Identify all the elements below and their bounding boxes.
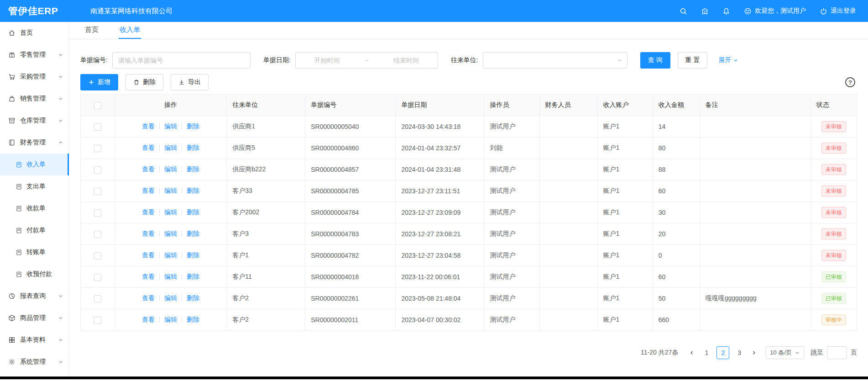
- select-all-checkbox[interactable]: [94, 102, 101, 109]
- filter-bar: 单据编号: 单据日期: ~ 往来单位: 查 询: [80, 52, 857, 69]
- status-badge: 未审核: [821, 164, 846, 175]
- page-button-1[interactable]: 1: [700, 346, 713, 359]
- delete-link[interactable]: 删除: [187, 294, 199, 302]
- search-button[interactable]: 查 询: [640, 52, 670, 69]
- cell-doc-no: SR00000004783: [305, 223, 396, 245]
- cell-partner: 客户2002: [227, 202, 305, 223]
- welcome-user[interactable]: 欢迎您，测试用户: [744, 7, 806, 15]
- row-checkbox[interactable]: [94, 317, 101, 324]
- partner-select[interactable]: [483, 52, 627, 69]
- sidebar-item-products[interactable]: 商品管理: [0, 307, 69, 329]
- bell-icon[interactable]: [722, 7, 730, 15]
- jump-page-input[interactable]: [827, 346, 847, 359]
- sidebar-item-sales[interactable]: 销售管理: [0, 88, 69, 110]
- col-header-amount: 收入金额: [653, 95, 700, 116]
- delete-link[interactable]: 删除: [187, 144, 199, 151]
- next-page-button[interactable]: [748, 346, 760, 359]
- row-checkbox[interactable]: [94, 252, 101, 260]
- sidebar-item-retail[interactable]: 零售管理: [0, 44, 69, 66]
- delete-link[interactable]: 删除: [187, 187, 199, 194]
- edit-link[interactable]: 编辑: [164, 251, 177, 259]
- cell-account: 账户1: [597, 266, 653, 288]
- row-checkbox[interactable]: [94, 295, 101, 302]
- search-icon[interactable]: [680, 7, 687, 15]
- view-link[interactable]: 查看: [142, 251, 155, 259]
- smiley-icon: [744, 7, 752, 15]
- help-icon[interactable]: ?: [845, 77, 855, 87]
- sidebar-subitem-prepayment[interactable]: 收预付款: [0, 263, 69, 285]
- page-button-2-current[interactable]: 2: [716, 346, 729, 359]
- table-row: 查看编辑删除 客户33 SR00000004785 2023-12-27 23:…: [81, 180, 857, 202]
- sidebar-item-purchase[interactable]: 采购管理: [0, 66, 69, 88]
- row-checkbox[interactable]: [94, 209, 101, 217]
- logout-button[interactable]: 退出登录: [820, 7, 856, 15]
- view-link[interactable]: 查看: [142, 230, 155, 237]
- sidebar-subitem-transfer[interactable]: 转账单: [0, 241, 69, 263]
- page-size-select[interactable]: 10 条/页: [766, 346, 804, 359]
- edit-link[interactable]: 编辑: [164, 273, 177, 280]
- edit-link[interactable]: 编辑: [164, 230, 177, 237]
- edit-link[interactable]: 编辑: [164, 208, 177, 216]
- sidebar-item-system[interactable]: 系统管理: [0, 351, 69, 373]
- edit-link[interactable]: 编辑: [164, 187, 177, 194]
- view-link[interactable]: 查看: [142, 316, 155, 323]
- row-checkbox[interactable]: [94, 166, 101, 174]
- date-start-input[interactable]: [300, 57, 354, 64]
- company-name: 南通某某网络科技有限公司: [90, 7, 173, 16]
- edit-link[interactable]: 编辑: [164, 144, 177, 151]
- edit-link[interactable]: 编辑: [164, 122, 177, 130]
- building-icon[interactable]: [701, 7, 709, 15]
- view-link[interactable]: 查看: [142, 144, 155, 151]
- reset-button[interactable]: 重 置: [678, 52, 708, 69]
- page-button-3[interactable]: 3: [733, 346, 746, 359]
- view-link[interactable]: 查看: [142, 208, 155, 216]
- delete-link[interactable]: 删除: [187, 122, 199, 130]
- sidebar-subitem-label: 收预付款: [26, 270, 52, 278]
- sidebar-subitem-payment[interactable]: 付款单: [0, 219, 69, 241]
- delete-link[interactable]: 删除: [187, 316, 199, 323]
- delete-link[interactable]: 删除: [187, 230, 199, 237]
- view-link[interactable]: 查看: [142, 273, 155, 280]
- row-checkbox[interactable]: [94, 123, 101, 131]
- date-label: 单据日期:: [263, 56, 291, 64]
- view-link[interactable]: 查看: [142, 165, 155, 173]
- sidebar-subitem-expense[interactable]: 支出单: [0, 175, 69, 197]
- table-row: 查看编辑删除 供应商5 SR00000004860 2024-01-04 23:…: [81, 138, 857, 159]
- row-checkbox[interactable]: [94, 188, 101, 195]
- delete-link[interactable]: 删除: [187, 208, 199, 216]
- export-button[interactable]: 导出: [171, 74, 209, 90]
- sidebar-subitem-income[interactable]: 收入单: [0, 154, 69, 175]
- sidebar-subitem-receipt[interactable]: 收款单: [0, 197, 69, 219]
- bottom-strip: [0, 377, 868, 379]
- delete-link[interactable]: 删除: [187, 165, 199, 173]
- sidebar-item-basic-data[interactable]: 基本资料: [0, 329, 69, 351]
- delete-link[interactable]: 删除: [187, 251, 199, 259]
- view-link[interactable]: 查看: [142, 122, 155, 130]
- edit-link[interactable]: 编辑: [164, 316, 177, 323]
- doc-no-input[interactable]: [112, 52, 251, 69]
- tab-income[interactable]: 收入单: [119, 22, 141, 39]
- add-button[interactable]: 新增: [80, 74, 118, 90]
- row-checkbox[interactable]: [94, 145, 101, 152]
- sidebar-item-reports[interactable]: 报表查询: [0, 285, 69, 307]
- expand-link[interactable]: 展开: [718, 56, 738, 64]
- delete-button[interactable]: 删除: [125, 74, 163, 90]
- sidebar-item-warehouse[interactable]: 仓库管理: [0, 110, 69, 132]
- date-end-input[interactable]: [379, 57, 433, 64]
- edit-link[interactable]: 编辑: [164, 294, 177, 302]
- row-checkbox[interactable]: [94, 274, 101, 281]
- sidebar-item-finance[interactable]: 财务管理: [0, 132, 69, 154]
- view-link[interactable]: 查看: [142, 187, 155, 194]
- view-link[interactable]: 查看: [142, 294, 155, 302]
- edit-link[interactable]: 编辑: [164, 165, 177, 173]
- status-badge: 未审核: [821, 207, 846, 218]
- table-row: 查看编辑删除 客户1 SR00000004782 2023-12-27 23:0…: [81, 245, 857, 266]
- cell-amount: 14: [653, 116, 700, 138]
- row-checkbox[interactable]: [94, 231, 101, 238]
- prev-page-button[interactable]: [685, 346, 698, 359]
- delete-link[interactable]: 删除: [187, 273, 199, 280]
- date-range-input[interactable]: ~: [295, 52, 438, 69]
- tab-home[interactable]: 首页: [84, 22, 99, 39]
- chevron-up-icon: [58, 140, 63, 145]
- sidebar-item-home[interactable]: 首页: [0, 22, 69, 44]
